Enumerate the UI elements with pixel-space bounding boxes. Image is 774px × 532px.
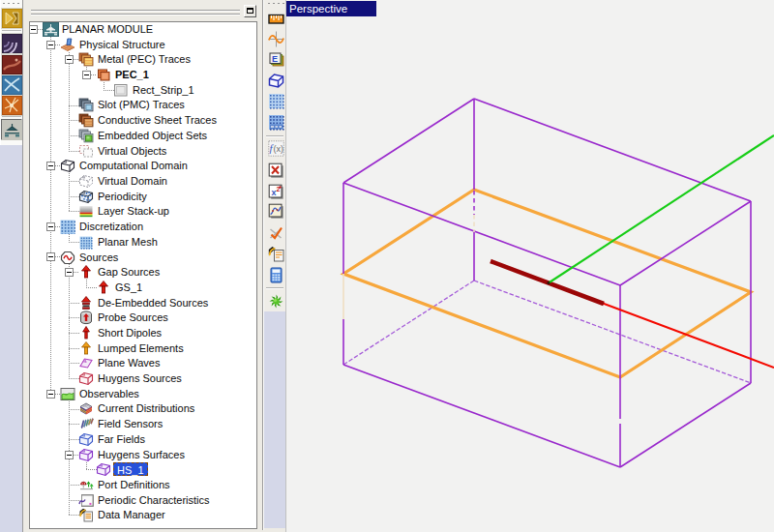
svg-text:E: E <box>272 54 278 64</box>
svg-text:(x): (x) <box>274 144 284 154</box>
